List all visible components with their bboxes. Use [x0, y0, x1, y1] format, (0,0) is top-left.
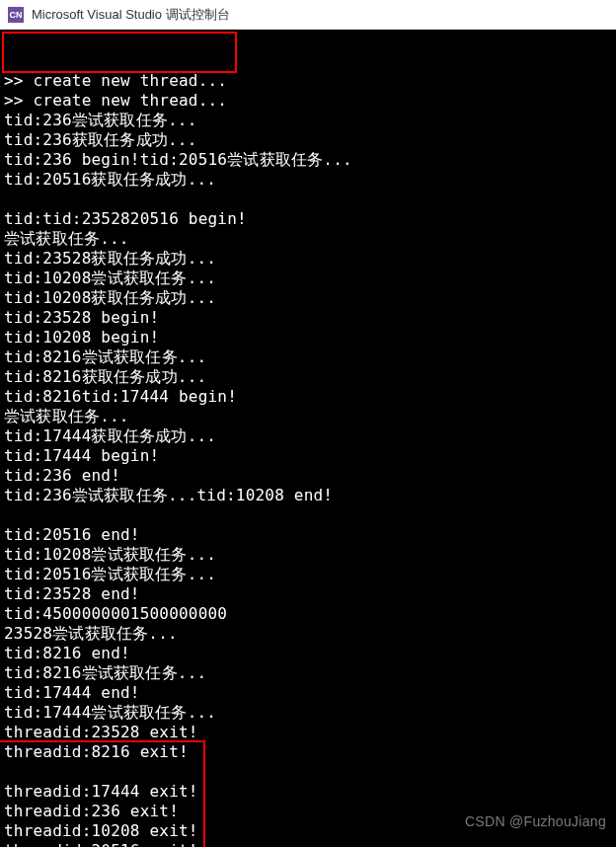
console-output[interactable]: >> create new thread...>> create new thr… [0, 30, 616, 847]
highlight-box-top [2, 32, 237, 73]
console-line: tid:10208获取任务成功... [0, 288, 616, 308]
console-line: threadid:8216 exit! [0, 742, 616, 762]
window-title: Microsoft Visual Studio 调试控制台 [32, 6, 230, 24]
console-line: tid:17444 begin! [0, 446, 616, 466]
console-line [0, 190, 616, 209]
console-line: tid:23528 end! [0, 584, 616, 604]
console-line: tid:20516尝试获取任务... [0, 565, 616, 584]
console-line: tid:20516 end! [0, 525, 616, 545]
console-line: tid:4500000001500000000 [0, 604, 616, 624]
console-line: tid:236尝试获取任务...tid:10208 end! [0, 486, 616, 505]
console-line: tid:8216获取任务成功... [0, 367, 616, 387]
console-line: tid:tid:2352820516 begin! [0, 209, 616, 229]
console-line: >> create new thread... [0, 71, 616, 91]
console-line: tid:17444尝试获取任务... [0, 703, 616, 723]
console-line: threadid:17444 exit! [0, 782, 616, 802]
console-line [0, 505, 616, 525]
console-line: tid:8216尝试获取任务... [0, 347, 616, 367]
console-line: tid:8216 end! [0, 644, 616, 663]
console-line: threadid:23528 exit! [0, 723, 616, 742]
console-line: tid:20516获取任务成功... [0, 170, 616, 190]
console-line: tid:236 end! [0, 466, 616, 486]
console-line: tid:10208尝试获取任务... [0, 545, 616, 565]
console-line: tid:236获取任务成功... [0, 130, 616, 150]
console-line: tid:8216tid:17444 begin! [0, 387, 616, 407]
console-line: tid:10208 begin! [0, 328, 616, 347]
console-line [0, 762, 616, 782]
console-line: tid:10208尝试获取任务... [0, 269, 616, 288]
app-icon: CN [8, 7, 24, 23]
window-titlebar: CN Microsoft Visual Studio 调试控制台 [0, 0, 616, 30]
console-line: tid:236尝试获取任务... [0, 111, 616, 130]
console-line: threadid:20516 exit! [0, 841, 616, 847]
console-line: 尝试获取任务... [0, 407, 616, 426]
console-line: 23528尝试获取任务... [0, 624, 616, 644]
console-line: >> create new thread... [0, 91, 616, 111]
console-line: tid:8216尝试获取任务... [0, 663, 616, 683]
watermark-text: CSDN @FuzhouJiang [465, 811, 606, 831]
console-line: tid:236 begin!tid:20516尝试获取任务... [0, 150, 616, 170]
console-line: tid:17444获取任务成功... [0, 426, 616, 446]
console-line: tid:17444 end! [0, 683, 616, 703]
console-line: tid:23528 begin! [0, 308, 616, 328]
console-line: tid:23528获取任务成功... [0, 249, 616, 269]
console-line: 尝试获取任务... [0, 229, 616, 249]
